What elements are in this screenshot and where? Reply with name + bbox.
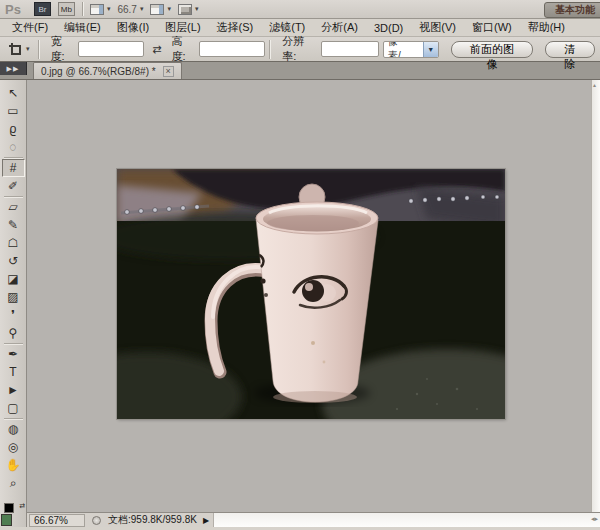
orbit-3d-tool[interactable]: ◎ [2, 438, 25, 456]
swap-colors-icon[interactable]: ⇄ [19, 502, 25, 510]
chevron-down-icon: ▾ [107, 5, 111, 13]
chevron-down-icon: ▼ [423, 42, 438, 57]
divider [4, 157, 23, 158]
document-tab-title: 0.jpg @ 66.7%(RGB/8#) * [41, 66, 156, 77]
burn-tool[interactable]: ⚲ [2, 324, 25, 342]
divider [82, 2, 83, 16]
bridge-icon[interactable]: Br [34, 2, 51, 16]
chevron-down-icon: ▾ [26, 45, 30, 53]
brush-tool[interactable]: ✎ [2, 216, 25, 234]
divider [38, 40, 39, 59]
crop-tool[interactable]: # [2, 159, 25, 177]
width-input[interactable] [78, 41, 144, 57]
type-tool[interactable]: T [2, 363, 25, 381]
swap-dimensions-icon[interactable]: ⇄ [152, 43, 161, 56]
horizontal-scrollbar[interactable]: ◂▸ [213, 513, 600, 527]
resolution-input[interactable] [321, 41, 379, 57]
menu-layer[interactable]: 图层(L) [157, 20, 208, 35]
rectangle-tool[interactable]: ▢ [2, 399, 25, 417]
menu-view[interactable]: 视图(V) [411, 20, 464, 35]
menu-file[interactable]: 文件(F) [4, 20, 56, 35]
minibridge-icon[interactable]: Mb [58, 2, 75, 16]
arrange-documents-icon [150, 4, 164, 15]
chevron-down-icon: ▾ [167, 5, 171, 13]
chevron-down-icon: ▾ [195, 5, 199, 13]
divider [4, 343, 23, 344]
menu-filter[interactable]: 滤镜(T) [261, 20, 313, 35]
quick-selection-tool[interactable]: ◌ [2, 138, 25, 156]
arrange-documents-dropdown[interactable]: ▾ [150, 4, 171, 15]
eyedropper-tool[interactable]: ✐ [2, 177, 25, 195]
menu-select[interactable]: 选择(S) [209, 20, 262, 35]
status-icon [92, 516, 101, 525]
gradient-tool[interactable]: ▨ [2, 288, 25, 306]
tools-panel-collapse-button[interactable]: ▶▶ [0, 62, 27, 75]
screen-mode-dropdown[interactable]: ▾ [178, 4, 199, 15]
lasso-tool[interactable]: ϱ [2, 120, 25, 138]
document-size-info: 文档:959.8K/959.8K [108, 513, 197, 527]
blur-tool[interactable]: ❜ [2, 306, 25, 324]
menu-analysis[interactable]: 分析(A) [313, 20, 366, 35]
rectangular-marquee-tool[interactable]: ▭ [2, 102, 25, 120]
zoom-level-dropdown[interactable]: 66.7 ▾ [117, 4, 143, 15]
clear-button[interactable]: 清除 [545, 41, 595, 58]
photoshop-logo: Ps [5, 2, 21, 17]
view-extras-icon [90, 4, 104, 15]
status-bar: 66.67% 文档:959.8K/959.8K ▶ ◂▸ [27, 512, 600, 527]
resolution-unit-select[interactable]: 像素/... ▼ [383, 41, 439, 58]
document-tab[interactable]: 0.jpg @ 66.7%(RGB/8#) * × [33, 62, 182, 79]
menu-window[interactable]: 窗口(W) [464, 20, 520, 35]
clone-stamp-tool[interactable]: ☖ [2, 234, 25, 252]
zoom-level-value: 66.7 [117, 4, 136, 15]
close-icon[interactable]: × [163, 66, 174, 77]
zoom-tool[interactable]: ⌕ [2, 474, 25, 492]
resolution-unit-value: 像素/... [384, 41, 423, 58]
status-zoom-input[interactable]: 66.67% [29, 514, 85, 527]
move-tool[interactable]: ↖ [2, 84, 25, 102]
foreground-color-swatch[interactable] [4, 503, 14, 513]
scrollbar-grip-icon[interactable]: ◂▸ [591, 515, 598, 523]
mug-photo [117, 169, 505, 419]
status-menu-arrow-icon[interactable]: ▶ [203, 516, 209, 525]
application-bar: Ps Br Mb ▾ 66.7 ▾ ▾ ▾ 基本功能 [0, 0, 600, 19]
divider [4, 418, 23, 419]
hand-tool[interactable]: ✋ [2, 456, 25, 474]
tool-preset-picker[interactable]: ▾ [5, 41, 34, 58]
crop-tool-icon [9, 43, 22, 56]
menu-help[interactable]: 帮助(H) [520, 20, 573, 35]
history-brush-tool[interactable]: ↺ [2, 252, 25, 270]
color-swatches: ⇄ [0, 503, 27, 527]
rotate-3d-tool[interactable]: ◍ [2, 420, 25, 438]
width-label: 宽度: [51, 34, 76, 64]
workspace-switcher-button[interactable]: 基本功能 [544, 2, 600, 18]
screen-mode-icon [178, 4, 192, 15]
tools-panel: ↖ ▭ ϱ ◌ # ✐ ▱ ✎ ☖ ↺ ◪ ▨ ❜ ⚲ ✒ T ► ▢ ◍ ◎ … [0, 80, 27, 527]
tool-options-bar: ▾ 宽度: ⇄ 高度: 分辨率: 像素/... ▼ 前面的图像 清除 [0, 37, 600, 62]
spot-healing-brush-tool[interactable]: ▱ [2, 198, 25, 216]
height-label: 高度: [172, 34, 197, 64]
canvas-area[interactable] [27, 80, 600, 512]
menu-3d[interactable]: 3D(D) [366, 22, 411, 34]
height-input[interactable] [199, 41, 265, 57]
chevron-down-icon: ▾ [140, 5, 144, 13]
front-image-button[interactable]: 前面的图像 [451, 41, 533, 58]
view-extras-dropdown[interactable]: ▾ [90, 4, 111, 15]
resolution-label: 分辨率: [282, 34, 318, 64]
divider [269, 40, 270, 59]
document-image[interactable] [117, 169, 505, 419]
eraser-tool[interactable]: ◪ [2, 270, 25, 288]
document-tab-bar: ▶▶ 0.jpg @ 66.7%(RGB/8#) * × [0, 62, 600, 80]
menu-image[interactable]: 图像(I) [109, 20, 157, 35]
background-color-swatch[interactable] [1, 514, 12, 526]
vertical-scrollbar[interactable] [591, 80, 600, 512]
divider [4, 196, 23, 197]
menu-edit[interactable]: 编辑(E) [56, 20, 109, 35]
path-selection-tool[interactable]: ► [2, 381, 25, 399]
pen-tool[interactable]: ✒ [2, 345, 25, 363]
